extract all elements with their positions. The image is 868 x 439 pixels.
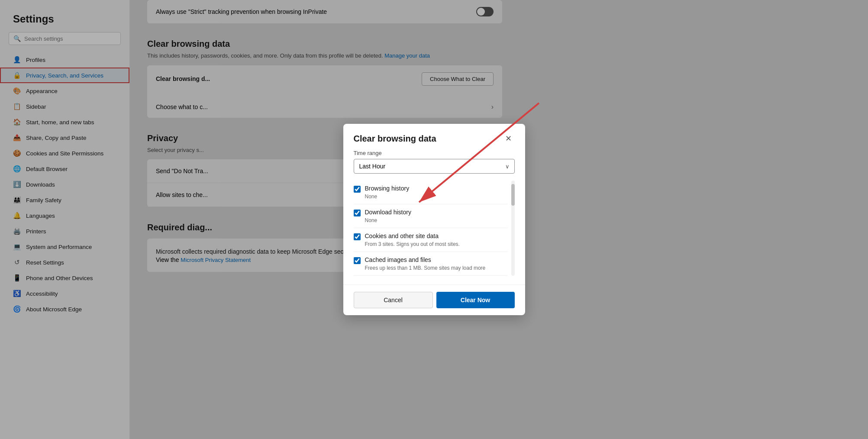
modal-checkboxes-wrapper: Browsing history None Download history N… bbox=[354, 181, 515, 276]
modal-close-button[interactable]: ✕ bbox=[503, 132, 515, 145]
modal-header: Clear browsing data ✕ bbox=[343, 124, 525, 150]
checkbox-sub-cached-images: Frees up less than 1 MB. Some sites may … bbox=[365, 265, 508, 271]
time-range-select-wrapper: Last HourLast 24 HoursLast 7 DaysLast 4 … bbox=[354, 159, 515, 174]
checkbox-label-browsing-history: Browsing history bbox=[365, 185, 410, 192]
clear-now-button[interactable]: Clear Now bbox=[436, 292, 515, 308]
checkbox-cookies-site-data[interactable] bbox=[354, 233, 361, 240]
checkbox-sub-download-history: None bbox=[365, 217, 508, 223]
time-range-select[interactable]: Last HourLast 24 HoursLast 7 DaysLast 4 … bbox=[354, 159, 515, 174]
checkbox-item-browsing-history: Browsing history None bbox=[354, 181, 508, 204]
modal-scrollbar bbox=[511, 181, 515, 276]
checkbox-cached-images[interactable] bbox=[354, 257, 361, 264]
checkbox-label-cached-images: Cached images and files bbox=[365, 256, 431, 263]
checkbox-row: Cookies and other site data bbox=[354, 232, 508, 240]
checkbox-row: Browsing history bbox=[354, 185, 508, 193]
checkbox-download-history[interactable] bbox=[354, 210, 361, 216]
clear-browsing-modal: Clear browsing data ✕ Time range Last Ho… bbox=[343, 124, 525, 315]
checkbox-sub-browsing-history: None bbox=[365, 194, 508, 200]
checkbox-item-download-history: Download history None bbox=[354, 204, 508, 228]
checkbox-label-download-history: Download history bbox=[365, 209, 411, 216]
scrollbar-thumb bbox=[511, 184, 515, 206]
checkbox-item-cookies-site-data: Cookies and other site data From 3 sites… bbox=[354, 228, 508, 252]
modal-overlay[interactable]: Clear browsing data ✕ Time range Last Ho… bbox=[0, 0, 868, 439]
checkbox-item-cached-images: Cached images and files Frees up less th… bbox=[354, 252, 508, 276]
modal-body: Time range Last HourLast 24 HoursLast 7 … bbox=[343, 150, 525, 284]
checkboxes-area: Browsing history None Download history N… bbox=[354, 181, 508, 276]
time-range-label: Time range bbox=[354, 150, 515, 156]
checkbox-row: Cached images and files bbox=[354, 256, 508, 264]
checkbox-row: Download history bbox=[354, 209, 508, 216]
checkbox-label-cookies-site-data: Cookies and other site data bbox=[365, 232, 439, 239]
checkbox-browsing-history[interactable] bbox=[354, 186, 361, 193]
modal-footer: Cancel Clear Now bbox=[343, 284, 525, 315]
modal-title: Clear browsing data bbox=[354, 134, 436, 144]
checkbox-sub-cookies-site-data: From 3 sites. Signs you out of most site… bbox=[365, 241, 508, 247]
cancel-button[interactable]: Cancel bbox=[354, 292, 433, 308]
